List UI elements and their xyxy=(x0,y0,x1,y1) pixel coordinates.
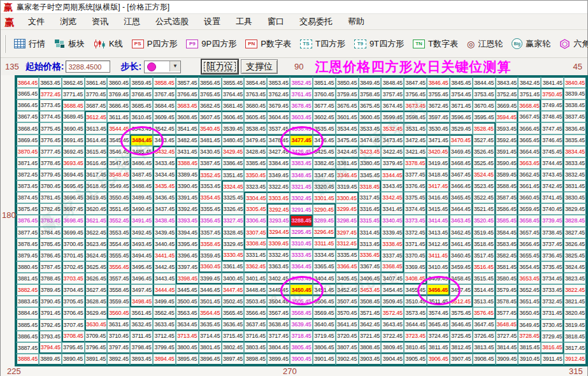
grid-cell: 3551.45 xyxy=(107,203,130,215)
grid-cell: 3365.45 xyxy=(313,261,336,273)
grid-cell: 3294.45 xyxy=(267,227,290,238)
key-level-ellipse xyxy=(120,126,164,155)
grid-cell: 3881.45 xyxy=(16,273,39,284)
toolbar-button-p-square[interactable]: PSP四方形 xyxy=(127,36,182,52)
grid-cell: 3488.45 xyxy=(130,180,153,192)
grid-cell: 3911.45 xyxy=(541,354,564,365)
toolbar-button-t-square[interactable]: TST四方形 xyxy=(296,36,350,52)
grid-cell: 3486.45 xyxy=(130,157,153,169)
toolbar-button-t-number-table[interactable]: TNT数字表 xyxy=(408,36,463,52)
menu-item-0[interactable]: 文件 xyxy=(20,15,52,29)
grid-cell: 3637.45 xyxy=(244,319,267,331)
grid-cell: 3722.45 xyxy=(381,331,404,342)
menu-item-4[interactable]: 公式选股 xyxy=(148,15,196,29)
grid-cell: 3834.45 xyxy=(564,146,587,157)
grid-cell: 3525.45 xyxy=(473,157,496,169)
toolbar-button-sectors[interactable]: 板块 xyxy=(50,36,89,52)
grid-cell: 3681.45 xyxy=(222,99,245,111)
toolbar-button-p-number-table[interactable]: PNP数字表 xyxy=(241,36,296,52)
start-price-input[interactable] xyxy=(66,61,110,73)
grid-cell: 3875.45 xyxy=(16,203,39,215)
menu-item-1[interactable]: 浏览 xyxy=(52,15,84,29)
grid-cell: 3572.45 xyxy=(381,307,404,319)
toolbar-button-gann-wheel[interactable]: ◎江恩轮 xyxy=(463,36,507,52)
menu-item-9[interactable]: 帮助 xyxy=(340,15,372,29)
grid-cell: 3700.45 xyxy=(62,238,85,250)
step-combo-dropdown-button[interactable]: ▼ xyxy=(169,61,180,71)
grid-cell: 3641.45 xyxy=(336,319,359,331)
grid-cell: 3554.45 xyxy=(107,238,130,250)
grid-cell: 3395.45 xyxy=(176,238,199,250)
grid-cell: 3825.45 xyxy=(564,250,587,261)
grid-cell: 3841.45 xyxy=(541,76,564,88)
menu-item-5[interactable]: 设置 xyxy=(196,15,228,29)
9p-square-icon: P9 xyxy=(186,40,198,48)
grid-cell: 3892.45 xyxy=(107,354,130,365)
grid-cell: 3555.45 xyxy=(107,250,130,261)
grid-cell: 3473.45 xyxy=(381,134,404,146)
grid-cell: 3398.45 xyxy=(176,273,199,284)
grid-cell: 3500.45 xyxy=(176,296,199,307)
step-combo[interactable]: ▼ xyxy=(144,61,181,73)
grid-cell: 3870.45 xyxy=(16,146,39,157)
grid-cell: 3740.45 xyxy=(541,203,564,215)
grid-cell: 3736.45 xyxy=(541,250,564,261)
hexagon-icon xyxy=(559,39,570,49)
grid-cell: 3342.45 xyxy=(381,192,404,203)
toolbar-button-9t-square[interactable]: T99T四方形 xyxy=(350,36,408,52)
toolbar-button-winner-wheel[interactable]: Big赢家轮 xyxy=(507,36,555,52)
menu-item-8[interactable]: 交易委托 xyxy=(292,15,340,29)
grid-cell: 3730.45 xyxy=(541,319,564,331)
sectors-label: 板块 xyxy=(68,38,85,50)
grid-cell: 3434.45 xyxy=(153,169,176,180)
grid-cell: 3897.45 xyxy=(222,354,245,365)
grid-cell: 3585.45 xyxy=(496,215,519,226)
toolbar-button-kline[interactable]: K线 xyxy=(89,36,127,52)
grid-cell: 3602.45 xyxy=(313,111,336,122)
grid-cell: 3309.45 xyxy=(267,238,290,250)
grid-cell: 3656.45 xyxy=(518,238,541,250)
grid-cell: 3549.45 xyxy=(107,180,130,192)
grid-cell: 3853.45 xyxy=(267,76,290,88)
grid-cell: 3374.45 xyxy=(404,203,427,215)
grid-cell: 3720.45 xyxy=(336,331,359,342)
grid-cell: 3794.45 xyxy=(39,342,62,354)
grid-cell: 3907.45 xyxy=(450,354,473,365)
grid-cell: 3608.45 xyxy=(176,111,199,122)
grid-cell: 3655.45 xyxy=(518,250,541,261)
grid-cell: 3534.45 xyxy=(336,122,359,134)
grid-cell: 3371.45 xyxy=(404,238,427,250)
grid-cell: 3359.45 xyxy=(199,250,222,261)
p-square-label: P四方形 xyxy=(147,38,178,50)
resistance-button[interactable]: 阻力位 xyxy=(201,59,238,74)
grid-cell: 3288.45 xyxy=(290,215,313,226)
grid-cell: 3632.45 xyxy=(130,319,153,331)
grid-cell: 3367.45 xyxy=(359,261,382,273)
grid-cell: 3437.45 xyxy=(153,203,176,215)
grid-cell: 3385.45 xyxy=(244,157,267,169)
grid-cell: 3452.45 xyxy=(336,284,359,296)
menu-item-6[interactable]: 工具 xyxy=(228,15,260,29)
support-button[interactable]: 支撑位 xyxy=(241,59,278,74)
grid-cell: 3797.45 xyxy=(107,342,130,354)
sectors-icon xyxy=(54,39,65,48)
grid-cell: 3802.45 xyxy=(222,342,245,354)
grid-cell: 3775.45 xyxy=(39,122,62,134)
grid-cell: 3423.45 xyxy=(359,146,382,157)
grid-cell: 3767.45 xyxy=(153,88,176,99)
toolbar-button-9p-square[interactable]: P99P四方形 xyxy=(182,36,241,52)
toolbar-button-hexagon[interactable]: 六角形 xyxy=(555,36,588,52)
toolbar-button-quotes[interactable]: 行情 xyxy=(10,36,50,52)
grid-cell: 3662.45 xyxy=(518,169,541,180)
menu-item-7[interactable]: 窗口 xyxy=(260,15,292,29)
grid-cell: 3687.45 xyxy=(85,99,108,111)
menu-item-2[interactable]: 资讯 xyxy=(84,15,116,29)
grid-cell: 3903.45 xyxy=(359,354,382,365)
menu-item-3[interactable]: 江恩 xyxy=(116,15,148,29)
grid-cell: 3502.45 xyxy=(222,296,245,307)
grid-cell: 3660.45 xyxy=(518,192,541,203)
grid-cell: 3327.45 xyxy=(222,215,245,226)
toolbar-grip[interactable] xyxy=(4,35,6,53)
menu-items: 文件浏览资讯江恩公式选股设置工具窗口交易委托帮助 xyxy=(20,15,372,29)
grid-cell: 3557.45 xyxy=(107,273,130,284)
